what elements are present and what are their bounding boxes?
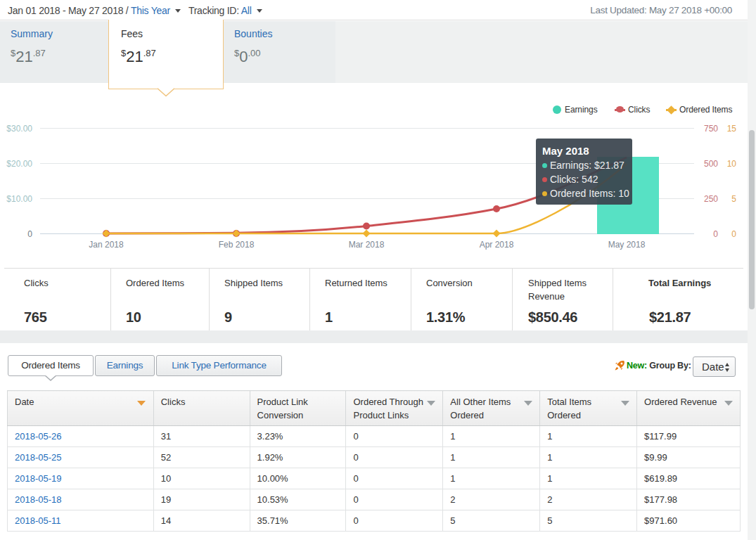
svg-text:5: 5 bbox=[731, 194, 736, 204]
svg-text:$30.00: $30.00 bbox=[6, 124, 32, 134]
svg-text:Feb 2018: Feb 2018 bbox=[219, 240, 255, 250]
svg-text:$20.00: $20.00 bbox=[6, 159, 32, 169]
svg-text:0: 0 bbox=[27, 229, 32, 239]
svg-text:500: 500 bbox=[704, 159, 718, 169]
svg-text:$10.00: $10.00 bbox=[6, 194, 32, 204]
svg-text:0: 0 bbox=[713, 229, 718, 239]
svg-text:May 2018: May 2018 bbox=[608, 240, 646, 250]
svg-text:Apr 2018: Apr 2018 bbox=[480, 240, 514, 250]
svg-text:15: 15 bbox=[727, 124, 737, 134]
svg-text:250: 250 bbox=[704, 194, 718, 204]
svg-text:Mar 2018: Mar 2018 bbox=[349, 240, 385, 250]
svg-text:750: 750 bbox=[704, 124, 718, 134]
svg-text:0: 0 bbox=[731, 229, 736, 239]
svg-text:Jan 2018: Jan 2018 bbox=[89, 240, 124, 250]
svg-text:10: 10 bbox=[727, 159, 737, 169]
